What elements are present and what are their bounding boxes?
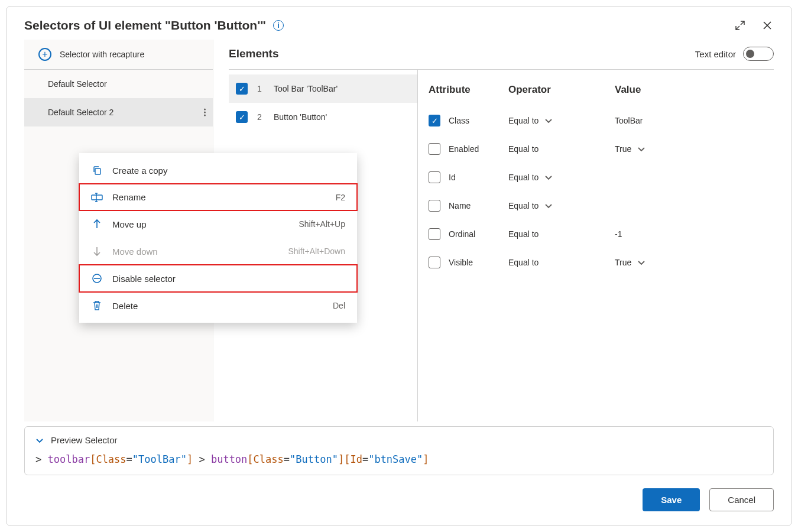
attribute-row: NameEqual to [429,192,774,220]
selector-item-label: Default Selector [48,79,107,89]
context-menu-item[interactable]: Create a copy [79,157,357,184]
chevron-down-icon [35,436,44,445]
attr-header-attribute: Attribute [429,84,508,96]
attribute-checkbox[interactable] [429,228,440,240]
element-row[interactable]: ✓2Button 'Button' [229,103,417,131]
operator-dropdown[interactable]: Equal to [508,116,615,125]
operator-value: Equal to [508,116,539,125]
attribute-checkbox[interactable]: ✓ [429,115,440,126]
text-editor-label: Text editor [695,49,736,59]
preview-selector-panel: Preview Selector > toolbar[Class="ToolBa… [24,426,774,475]
selector-token: toolbar [47,453,90,465]
operator-value: Equal to [508,144,539,154]
delete-icon [91,300,103,311]
context-menu-label: Move down [112,246,279,257]
selector-token: "ToolBar" [132,453,187,465]
attribute-value: -1 [615,229,622,239]
selector-token: ] [187,453,193,465]
selector-token: [ [247,453,253,465]
info-icon[interactable]: i [273,20,284,31]
operator-dropdown[interactable]: Equal to [508,229,615,239]
attribute-row: ✓ClassEqual toToolBar [429,106,774,135]
value-cell[interactable]: True [615,258,774,267]
selector-token: "Button" [290,453,338,465]
disable-icon [91,273,103,284]
attribute-name: Visible [449,258,473,267]
selector-token: > [35,453,47,465]
attr-header-operator: Operator [508,84,615,96]
context-menu-item[interactable]: RenameF2 [79,184,357,210]
text-editor-toggle-group: Text editor [695,47,774,61]
element-number: 1 [257,84,264,93]
selector-token: [ [90,453,96,465]
context-menu-shortcut: Shift+Alt+Down [288,246,346,256]
context-menu-item: Move downShift+Alt+Down [79,238,357,265]
operator-dropdown[interactable]: Equal to [508,173,615,182]
more-icon[interactable] [204,109,206,116]
cancel-button[interactable]: Cancel [709,488,774,511]
plus-icon: + [38,48,51,61]
attribute-checkbox[interactable] [429,257,440,268]
rename-icon [91,193,103,202]
save-button[interactable]: Save [643,488,700,511]
value-cell: ToolBar [615,116,774,125]
context-menu-item[interactable]: Disable selector [79,265,357,292]
context-menu-label: Create a copy [112,166,336,176]
chevron-down-icon [637,145,645,153]
chevron-down-icon [544,116,553,125]
close-icon[interactable] [761,19,774,32]
attribute-row: VisibleEqual toTrue [429,248,774,277]
element-checkbox[interactable]: ✓ [236,111,248,123]
preview-selector-toggle[interactable]: Preview Selector [35,435,763,445]
attribute-name: Ordinal [449,229,475,239]
attribute-row: OrdinalEqual to-1 [429,220,774,248]
attribute-value: True [615,258,631,267]
element-checkbox[interactable]: ✓ [236,83,248,95]
context-menu-shortcut: Del [333,301,345,310]
attribute-name: Name [449,201,471,210]
operator-dropdown[interactable]: Equal to [508,201,615,210]
attribute-checkbox[interactable] [429,200,440,212]
selector-token: Class [96,453,126,465]
value-cell[interactable]: True [615,144,774,154]
attributes-header: Attribute Operator Value [429,78,774,106]
attribute-checkbox[interactable] [429,171,440,183]
element-label: Button 'Button' [274,112,327,122]
context-menu-label: Delete [112,301,323,311]
selector-with-recapture-button[interactable]: + Selector with recapture [24,40,213,70]
modal-header: Selectors of UI element "Button 'Button'… [7,7,791,40]
selector-token: Class [254,453,284,465]
recapture-label: Selector with recapture [60,50,144,59]
text-editor-toggle[interactable] [743,47,774,61]
selector-item[interactable]: Default Selector [24,70,213,98]
selector-item-label: Default Selector 2 [48,108,113,117]
attribute-value: True [615,144,631,154]
operator-value: Equal to [508,173,539,182]
operator-value: Equal to [508,229,539,239]
operator-dropdown[interactable]: Equal to [508,258,615,267]
attribute-checkbox[interactable] [429,143,440,155]
expand-icon[interactable] [734,19,747,32]
chevron-down-icon [544,173,553,181]
context-menu-item[interactable]: DeleteDel [79,292,357,319]
modal-title: Selectors of UI element "Button 'Button'… [24,18,266,33]
attribute-name: Class [449,116,469,125]
selector-token: > [193,453,211,465]
selector-token: = [362,453,368,465]
element-row[interactable]: ✓1Tool Bar 'ToolBar' [229,74,417,103]
modal-footer: Save Cancel [7,475,791,525]
operator-value: Equal to [508,258,539,267]
svg-rect-0 [95,168,100,174]
operator-dropdown[interactable]: Equal to [508,144,615,154]
selector-item[interactable]: Default Selector 2 [24,98,213,126]
context-menu-shortcut: F2 [336,193,345,202]
context-menu-item[interactable]: Move upShift+Alt+Up [79,210,357,238]
attr-header-value: Value [615,84,774,96]
element-number: 2 [257,112,264,122]
operator-value: Equal to [508,201,539,210]
selector-token: ] [423,453,429,465]
attribute-name: Id [449,173,456,182]
chevron-down-icon [637,258,645,267]
arrow-down-icon [91,246,103,257]
elements-heading: Elements [229,47,278,60]
